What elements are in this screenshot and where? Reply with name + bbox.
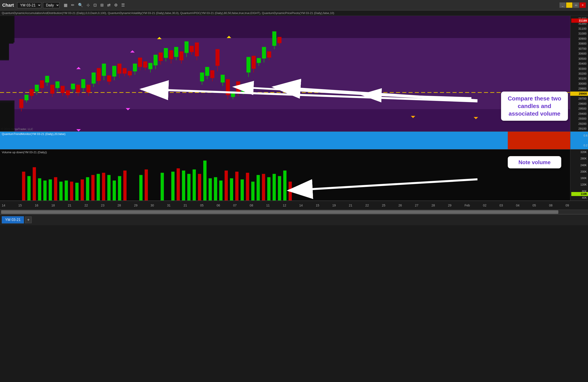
svg-rect-98 xyxy=(231,91,235,97)
dashed-line-label: 29900 xyxy=(570,92,588,96)
trend-monitor-scale: 0.6 0.2 xyxy=(570,132,588,149)
svg-rect-156 xyxy=(182,171,185,201)
scrollbar-thumb[interactable] xyxy=(1,210,558,214)
svg-rect-26 xyxy=(45,76,49,82)
scrollbar-area[interactable] xyxy=(0,210,588,214)
price-30100: 30100 xyxy=(571,77,588,80)
draw-icon[interactable]: ✏ xyxy=(70,2,75,8)
price-30000: 30000 xyxy=(571,82,588,85)
svg-rect-129 xyxy=(81,179,84,201)
date-axis: 14 15 16 18 21 22 23 28 29 30 31 21 05 0… xyxy=(0,201,588,210)
svg-rect-64 xyxy=(143,61,147,68)
svg-rect-82 xyxy=(190,46,194,52)
svg-rect-46 xyxy=(97,68,101,81)
restore-button[interactable]: ▭ xyxy=(573,2,579,8)
vol-scale-280k: 280K xyxy=(571,157,588,160)
svg-rect-145 xyxy=(59,181,63,201)
svg-rect-153 xyxy=(139,175,143,201)
indicator-text: QuantumDynamicAccumulationAndDistributio… xyxy=(2,11,334,15)
svg-rect-128 xyxy=(70,181,73,201)
price-axis: 31400 31300 31100 31000 30900 30800 3070… xyxy=(570,16,588,131)
svg-rect-16 xyxy=(19,99,23,108)
svg-rect-70 xyxy=(159,53,163,61)
svg-rect-80 xyxy=(185,41,189,53)
svg-rect-165 xyxy=(251,181,254,201)
svg-rect-38 xyxy=(76,85,80,92)
price-30800: 30800 xyxy=(571,42,588,45)
svg-rect-108 xyxy=(257,58,261,63)
list-icon[interactable]: ☰ xyxy=(120,2,126,8)
bar-chart-icon[interactable]: ▦ xyxy=(63,2,68,8)
svg-rect-141 xyxy=(27,176,31,201)
svg-rect-76 xyxy=(174,47,178,57)
svg-rect-102 xyxy=(241,87,245,92)
vol-scale-120k: 120K xyxy=(571,183,588,186)
svg-rect-158 xyxy=(192,169,196,201)
svg-rect-44 xyxy=(92,73,96,84)
svg-rect-152 xyxy=(118,176,121,201)
date-07: 07 xyxy=(233,203,237,207)
svg-rect-142 xyxy=(38,178,42,201)
svg-rect-20 xyxy=(30,89,34,96)
svg-rect-100 xyxy=(236,81,240,92)
svg-rect-34 xyxy=(66,90,70,95)
close-button[interactable]: ✕ xyxy=(580,2,586,8)
date-05b: 05 xyxy=(532,203,536,207)
date-08b: 08 xyxy=(549,203,553,207)
svg-rect-36 xyxy=(71,83,75,89)
svg-rect-132 xyxy=(123,171,126,201)
svg-rect-148 xyxy=(86,177,89,201)
symbol-selector[interactable]: YM 03-21 xyxy=(17,2,41,8)
vol-scale-200k: 200K xyxy=(571,170,588,173)
price-29300: 29300 xyxy=(571,117,588,120)
svg-rect-163 xyxy=(230,178,233,201)
svg-rect-18 xyxy=(24,95,28,100)
sync-icon[interactable]: ⇄ xyxy=(106,2,111,8)
period-selector[interactable]: Daily xyxy=(43,2,60,8)
select-icon[interactable]: ⊡ xyxy=(92,2,98,8)
svg-rect-137 xyxy=(235,172,238,201)
svg-rect-144 xyxy=(49,179,52,201)
trend-monitor-red-zone xyxy=(508,132,570,149)
vol-scale-40k: 40K xyxy=(571,196,588,199)
svg-rect-133 xyxy=(145,169,148,201)
svg-rect-169 xyxy=(278,176,281,201)
cursor-icon[interactable]: ⊹ xyxy=(85,2,91,8)
svg-rect-164 xyxy=(240,179,244,201)
svg-rect-143 xyxy=(43,181,47,201)
lock-icon[interactable]: ⊞ xyxy=(99,2,105,8)
volume-panel: Volume up down(YM 03-21 (Daily)) xyxy=(0,149,588,201)
svg-rect-2 xyxy=(0,109,570,131)
price-30500: 30500 xyxy=(571,57,588,60)
price-30600: 30600 xyxy=(571,52,588,55)
date-23: 23 xyxy=(101,203,105,207)
price-30400: 30400 xyxy=(571,62,588,65)
svg-rect-166 xyxy=(256,175,260,201)
svg-rect-32 xyxy=(61,86,65,93)
trend-scale-top: 0.6 xyxy=(584,134,588,137)
compare-annotation: Compare these two candles and associated… xyxy=(501,92,568,121)
svg-rect-126 xyxy=(33,167,36,201)
settings-icon[interactable]: ⚙ xyxy=(113,2,119,8)
svg-rect-40 xyxy=(81,79,85,88)
window-controls: _ ▭ ✕ xyxy=(560,2,586,8)
svg-rect-125 xyxy=(22,172,25,201)
minimize-button[interactable]: _ xyxy=(560,2,566,8)
svg-rect-78 xyxy=(179,51,184,60)
svg-rect-58 xyxy=(128,71,132,76)
magnify-icon[interactable]: 🔍 xyxy=(77,2,84,8)
date-22b: 22 xyxy=(365,203,369,207)
svg-rect-60 xyxy=(133,64,137,72)
tab-add-button[interactable]: + xyxy=(25,217,32,223)
svg-rect-28 xyxy=(50,85,54,94)
maximize-button[interactable] xyxy=(566,2,572,8)
date-28b: 28 xyxy=(432,203,435,207)
svg-rect-130 xyxy=(91,175,95,201)
date-feb: Feb xyxy=(464,203,470,207)
tab-ym-0321[interactable]: YM 03-21 xyxy=(2,216,24,223)
svg-rect-147 xyxy=(75,183,79,201)
svg-rect-50 xyxy=(107,75,111,81)
svg-rect-140 xyxy=(289,181,292,201)
current-volume-badge: 110K xyxy=(571,192,588,196)
current-price-badge: 31189 xyxy=(571,19,588,23)
